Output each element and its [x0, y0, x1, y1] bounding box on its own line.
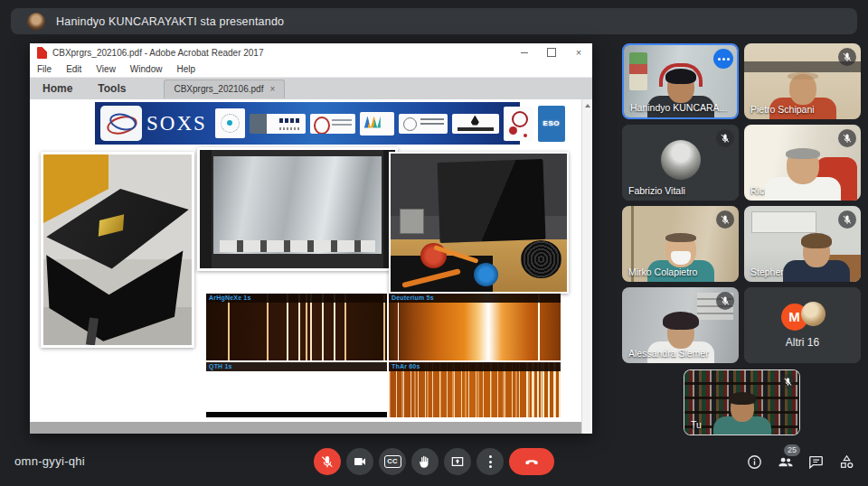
- cable-coil: [521, 240, 561, 277]
- more-options-button[interactable]: [476, 448, 504, 475]
- participant-name: Mirko Colapietro: [628, 266, 697, 277]
- frame-rail-left: [200, 150, 212, 268]
- avatar-photo: [801, 302, 826, 326]
- acrobat-window: CBXprgrs_202106.pdf - Adobe Acrobat Read…: [30, 43, 592, 434]
- participant-tile-others[interactable]: M Altri 16: [744, 287, 861, 363]
- participant-tile-alessandra[interactable]: Alessandra Slemer: [622, 287, 739, 363]
- mic-mute-button[interactable]: [314, 448, 341, 475]
- tab-close-icon[interactable]: ×: [269, 84, 275, 94]
- inaf-logo: [215, 108, 245, 138]
- spectrum-label: QTH 1s: [206, 362, 387, 371]
- more-options-icon: [489, 455, 492, 468]
- tel-aviv-university-logo: [452, 114, 499, 134]
- eso-label: ESO: [543, 119, 560, 127]
- present-screen-button[interactable]: [444, 448, 471, 475]
- self-label: Tu: [691, 419, 702, 430]
- mic-muted-icon: [716, 129, 734, 147]
- participants-button[interactable]: 25: [776, 453, 794, 471]
- participant-tile-fabrizio[interactable]: Fabrizio Vitali: [622, 125, 739, 201]
- tile-more-button[interactable]: [713, 49, 733, 69]
- spectrum-thar: ThAr 60s: [389, 362, 561, 417]
- avatar: [661, 140, 701, 180]
- participant-name: Fabrizio Vitali: [628, 185, 685, 196]
- mic-muted-icon: [716, 210, 734, 229]
- participant-tile-hanindyo[interactable]: Hanindyo KUNCARA...: [622, 43, 739, 119]
- participant-count-badge: 25: [784, 444, 800, 456]
- soxs-swirl-logo: [100, 106, 142, 141]
- queens-belfast-logo: [310, 114, 355, 134]
- menu-view[interactable]: View: [89, 64, 123, 74]
- menu-edit[interactable]: Edit: [59, 64, 89, 74]
- maximize-button[interactable]: [538, 43, 565, 61]
- window-title: CBXprgrs_202106.pdf - Adobe Acrobat Read…: [52, 48, 264, 58]
- participant-name: Pietro Schipani: [750, 104, 815, 115]
- scroll-up-icon[interactable]: [585, 104, 590, 107]
- chat-button[interactable]: [807, 453, 825, 471]
- pdf-icon: [37, 47, 47, 59]
- others-count-label: Altri 16: [786, 336, 819, 349]
- captions-button[interactable]: CC: [379, 448, 406, 475]
- captions-icon: CC: [384, 455, 401, 468]
- tab-home[interactable]: Home: [30, 82, 85, 95]
- photo-metal-panel: [197, 147, 398, 271]
- red-emblem-logo: [504, 107, 533, 141]
- mic-muted-icon: [838, 48, 856, 66]
- mic-muted-icon: [780, 374, 796, 389]
- meeting-details-button[interactable]: [745, 453, 763, 471]
- meeting-panels: 25: [745, 453, 855, 471]
- self-tile[interactable]: Tu: [684, 369, 800, 435]
- menu-window[interactable]: Window: [123, 64, 170, 74]
- power-supply: [400, 209, 424, 234]
- minimize-button[interactable]: [511, 43, 538, 61]
- acrobat-titlebar: CBXprgrs_202106.pdf - Adobe Acrobat Read…: [30, 43, 592, 61]
- mic-muted-icon: [716, 292, 734, 310]
- viewer-background-strip: [30, 422, 582, 434]
- participant-tile-stephen[interactable]: Stephen Smartt: [744, 206, 861, 282]
- black-instrument-box: [437, 159, 545, 243]
- participant-name: Hanindyo KUNCARA...: [630, 102, 727, 113]
- tab-tools[interactable]: Tools: [85, 82, 138, 95]
- spectrum-deuterium: Deuterium 5s: [389, 294, 561, 360]
- photo-instrument-enclosure: [41, 152, 194, 348]
- participant-tile-mirko[interactable]: Mirko Colapietro: [622, 206, 739, 282]
- scrollbar[interactable]: [581, 99, 592, 434]
- weizmann-logo: [250, 114, 306, 134]
- activities-button[interactable]: [837, 453, 855, 471]
- presenting-text: Hanindyo KUNCARAYAKTI sta presentando: [56, 15, 284, 28]
- soxs-title: SOXS: [146, 112, 207, 136]
- participant-tile-pietro[interactable]: Pietro Schipani: [744, 43, 861, 119]
- presenting-banner: Hanindyo KUNCARAYAKTI sta presentando: [11, 8, 857, 34]
- headphones: [659, 63, 703, 87]
- spectrum-label: ArHgNeXe 1s: [206, 294, 387, 303]
- m-wave-logo: [360, 112, 394, 136]
- meet-window: Hanindyo KUNCARAYAKTI sta presentando CB…: [0, 0, 868, 486]
- participant-tile-riccardo[interactable]: Riccardo Claudi: [744, 125, 861, 201]
- pdf-page: SOXS ESO: [30, 99, 592, 434]
- face-mask: [671, 251, 691, 265]
- call-controls: CC: [314, 448, 554, 475]
- spectrum-qth: QTH 1s: [206, 362, 387, 417]
- meeting-code: omn-gyyi-qhi: [14, 454, 85, 468]
- photo-optical-bench: [389, 152, 569, 294]
- connector-row: [220, 240, 376, 252]
- raise-hand-button[interactable]: [411, 448, 439, 475]
- participant-name: Alessandra Slemer: [628, 348, 709, 359]
- slide-logo-banner: SOXS ESO: [95, 102, 520, 145]
- camera-button[interactable]: [346, 448, 373, 475]
- end-call-button[interactable]: [509, 448, 554, 475]
- menu-file[interactable]: File: [30, 64, 59, 74]
- spectrum-arhgnexe: ArHgNeXe 1s: [206, 294, 387, 360]
- blue-mount: [474, 263, 498, 286]
- acrobat-tabbar: Home Tools CBXprgrs_202106.pdf ×: [30, 78, 592, 100]
- mic-muted-icon: [838, 129, 856, 147]
- mic-muted-icon: [838, 210, 856, 229]
- acrobat-menubar: File Edit View Window Help: [30, 61, 592, 78]
- close-button[interactable]: ×: [565, 43, 592, 61]
- tab-document-label: CBXprgrs_202106.pdf: [174, 84, 263, 94]
- turku-university-logo: [399, 114, 448, 134]
- tab-document[interactable]: CBXprgrs_202106.pdf ×: [164, 79, 285, 98]
- spectrum-label: ThAr 60s: [389, 362, 561, 371]
- menu-help[interactable]: Help: [169, 64, 203, 74]
- eso-logo: ESO: [538, 106, 565, 142]
- spectrum-label: Deuterium 5s: [389, 294, 561, 303]
